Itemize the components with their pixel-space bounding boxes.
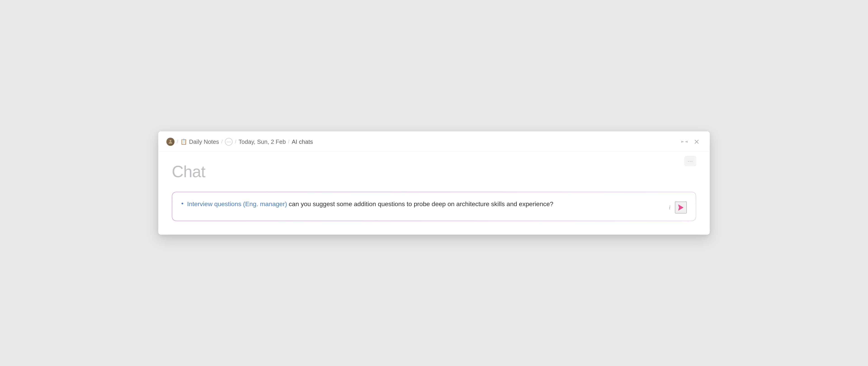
breadcrumb-ai-chats-label: AI chats xyxy=(292,139,313,145)
window-actions xyxy=(680,138,701,146)
breadcrumb-more-button[interactable]: ··· xyxy=(225,138,232,146)
close-button[interactable] xyxy=(692,138,701,146)
chat-body-text: can you suggest some addition questions … xyxy=(287,201,553,208)
breadcrumb-sep-1: / xyxy=(177,139,178,145)
more-options-button[interactable]: ··· xyxy=(684,156,696,166)
send-button[interactable] xyxy=(675,202,687,213)
chat-input-text[interactable]: Interview questions (Eng. manager) can y… xyxy=(187,200,664,209)
breadcrumb-date-label: Today, Sun, 2 Feb xyxy=(239,139,286,145)
bullet-icon: • xyxy=(181,200,184,207)
chat-actions: i xyxy=(669,202,687,213)
breadcrumb-sep-3: / xyxy=(235,139,236,145)
chat-input-inner: • Interview questions (Eng. manager) can… xyxy=(181,200,664,209)
breadcrumb-sep-4: / xyxy=(288,139,289,145)
breadcrumb: / 📋 Daily Notes / ··· / Today, Sun, 2 Fe… xyxy=(166,138,313,146)
svg-marker-7 xyxy=(678,204,684,211)
page-title: Chat xyxy=(172,162,696,181)
info-button[interactable]: i xyxy=(669,204,671,211)
expand-button[interactable] xyxy=(680,138,689,146)
breadcrumb-daily-notes-label: Daily Notes xyxy=(189,139,219,145)
main-window: / 📋 Daily Notes / ··· / Today, Sun, 2 Fe… xyxy=(158,131,710,235)
breadcrumb-sep-2: / xyxy=(221,139,223,145)
page-content: Chat ··· • Interview questions (Eng. man… xyxy=(158,151,710,235)
breadcrumb-daily-notes[interactable]: 📋 Daily Notes xyxy=(180,139,219,145)
notebook-icon: 📋 xyxy=(180,139,187,145)
chat-input-container[interactable]: • Interview questions (Eng. manager) can… xyxy=(172,192,696,221)
svg-point-0 xyxy=(169,140,171,142)
send-icon xyxy=(677,204,685,212)
avatar[interactable] xyxy=(166,138,175,146)
breadcrumb-date[interactable]: Today, Sun, 2 Feb xyxy=(239,139,286,145)
chat-link[interactable]: Interview questions (Eng. manager) xyxy=(187,201,287,208)
titlebar: / 📋 Daily Notes / ··· / Today, Sun, 2 Fe… xyxy=(158,131,710,151)
breadcrumb-ai-chats[interactable]: AI chats xyxy=(292,139,313,145)
